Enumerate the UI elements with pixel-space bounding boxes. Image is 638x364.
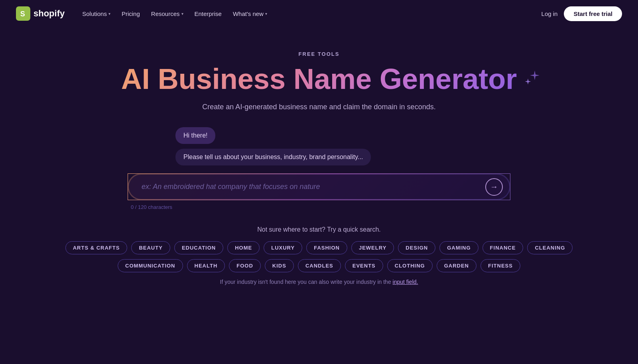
tags-row-2: COMMUNICATIONHEALTHFOODKIDSCANDLESEVENTS… (60, 259, 578, 272)
input-area: → 0 / 120 characters (80, 173, 558, 210)
tag-arts-and-crafts[interactable]: ARTS & CRAFTS (65, 241, 128, 254)
quick-search-label: Not sure where to start? Try a quick sea… (16, 226, 622, 233)
tag-communication[interactable]: COMMUNICATION (118, 259, 183, 272)
nav-links: Solutions ▾ Pricing Resources ▾ Enterpri… (77, 8, 272, 20)
tag-finance[interactable]: FINANCE (482, 241, 524, 254)
start-trial-button[interactable]: Start free trial (564, 6, 622, 21)
nav-left: S shopify Solutions ▾ Pricing Resources … (16, 6, 272, 21)
tag-fashion[interactable]: FASHION (306, 241, 347, 254)
tag-home[interactable]: HOME (227, 241, 260, 254)
search-input-wrapper: → (128, 173, 510, 200)
bottom-note: If your industry isn't found here you ca… (16, 279, 622, 285)
tag-gaming[interactable]: GAMING (439, 241, 478, 254)
chat-bubble-greeting: Hi there! (175, 127, 215, 144)
shopify-logo[interactable]: S shopify (16, 6, 65, 21)
logo-wordmark: shopify (33, 8, 65, 19)
resources-chevron-icon: ▾ (181, 12, 183, 16)
tag-design[interactable]: DESIGN (398, 241, 435, 254)
sparkle-icon (517, 67, 541, 96)
business-description-input[interactable] (129, 175, 509, 199)
chat-area: Hi there! Please tell us about your busi… (160, 127, 478, 165)
tag-education[interactable]: EDUCATION (174, 241, 223, 254)
tag-candles[interactable]: CANDLES (298, 259, 341, 272)
tag-cleaning[interactable]: CLEANING (527, 241, 573, 254)
navbar: S shopify Solutions ▾ Pricing Resources … (0, 0, 638, 27)
chat-bubble-instruction: Please tell us about your business, indu… (175, 149, 371, 165)
tags-row-1: ARTS & CRAFTSBEAUTYEDUCATIONHOMELUXURYFA… (60, 241, 578, 254)
nav-pricing[interactable]: Pricing (117, 8, 145, 20)
tag-beauty[interactable]: BEAUTY (131, 241, 170, 254)
hero-subtitle: Create an AI-generated business name and… (16, 103, 622, 111)
nav-enterprise[interactable]: Enterprise (190, 8, 226, 20)
tag-events[interactable]: EVENTS (345, 259, 383, 272)
nav-resources[interactable]: Resources ▾ (146, 8, 188, 20)
tag-garden[interactable]: GARDEN (437, 259, 477, 272)
svg-text:S: S (20, 10, 25, 18)
nav-whats-new[interactable]: What's new ▾ (228, 8, 272, 20)
nav-right: Log in Start free trial (542, 6, 622, 21)
tag-jewelry[interactable]: JEWELRY (351, 241, 394, 254)
search-container: → (128, 173, 510, 200)
free-tools-badge: FREE TOOLS (16, 51, 622, 57)
arrow-right-icon: → (490, 182, 498, 191)
shopify-bag-icon: S (16, 6, 30, 21)
search-submit-button[interactable]: → (485, 178, 503, 196)
whats-new-chevron-icon: ▾ (265, 12, 267, 16)
character-count: 0 / 120 characters (131, 204, 510, 210)
nav-solutions[interactable]: Solutions ▾ (77, 8, 115, 20)
tag-luxury[interactable]: LUXURY (264, 241, 302, 254)
tag-health[interactable]: HEALTH (187, 259, 225, 272)
tag-clothing[interactable]: CLOTHING (387, 259, 433, 272)
page-title: AI Business Name Generator (121, 63, 517, 95)
input-field-link[interactable]: input field. (393, 279, 418, 285)
login-link[interactable]: Log in (542, 10, 558, 17)
tag-kids[interactable]: KIDS (265, 259, 294, 272)
hero-section: FREE TOOLS AI Business Name Generator Cr… (0, 27, 638, 111)
tag-fitness[interactable]: FITNESS (480, 259, 520, 272)
tag-food[interactable]: FOOD (229, 259, 261, 272)
solutions-chevron-icon: ▾ (108, 12, 110, 16)
quick-search-section: Not sure where to start? Try a quick sea… (0, 210, 638, 293)
